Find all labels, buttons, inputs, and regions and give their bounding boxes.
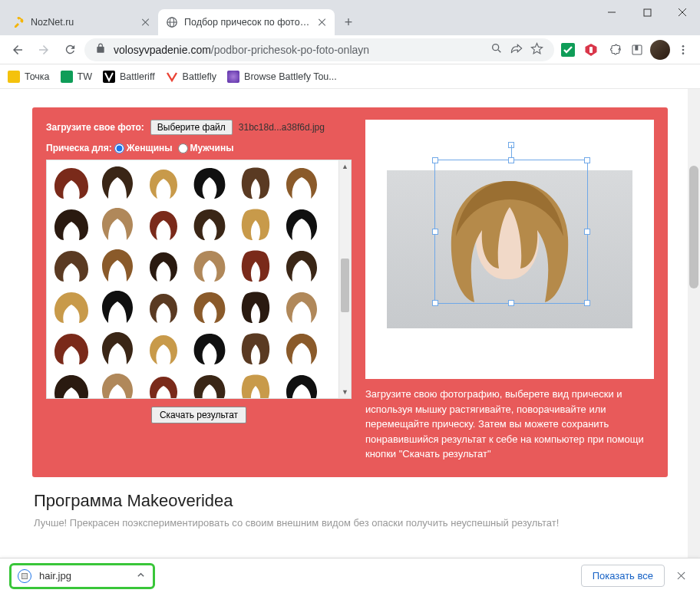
menu-button[interactable] [672,39,694,61]
extension-adblock-icon[interactable] [580,39,602,61]
selection-box[interactable] [434,160,588,304]
bookmarks-bar: Точка TW Battleriff Battlefly Browse Bat… [0,64,700,89]
back-button[interactable] [6,38,29,61]
bookmark-item[interactable]: Browse Battlefy Tou... [227,71,337,83]
window-controls [594,0,700,25]
hairstyle-thumb[interactable] [236,372,276,398]
hairstyle-thumb[interactable] [236,165,276,202]
reload-button[interactable] [58,38,81,61]
hairstyle-thumb[interactable] [97,206,137,243]
downloads-bar: hair.jpg Показать все [0,558,700,593]
svg-point-14 [682,45,685,48]
hairstyle-thumb[interactable] [51,331,91,367]
gallery-scrollbar[interactable]: ▲ ▼ [338,160,351,398]
chevron-up-icon[interactable] [137,570,145,581]
browser-tab[interactable]: NozNet.ru [5,9,158,35]
hairstyle-thumb[interactable] [190,248,229,285]
page-scrollbar[interactable] [688,89,700,558]
hairstyle-thumb[interactable] [144,289,183,326]
hairstyle-thumb[interactable] [190,372,229,398]
hairstyle-thumb[interactable] [236,206,276,243]
extension-checkmark-icon[interactable] [557,39,579,61]
bookmark-icon [8,71,20,83]
close-icon[interactable] [318,18,327,27]
hairstyle-thumb[interactable] [97,289,137,326]
tab-title: Подбор причесок по фото онла [184,17,312,28]
hairstyle-thumb[interactable] [144,372,183,398]
hairstyle-thumb[interactable] [236,248,276,285]
hairstyle-thumb[interactable] [236,331,276,367]
svg-rect-13 [635,45,638,51]
photo-preview[interactable] [365,120,654,379]
search-icon[interactable] [490,42,503,57]
scroll-up-icon[interactable]: ▲ [339,160,351,173]
star-icon[interactable] [530,42,543,58]
url-text: volosyvpadenie.com/podbor-prichesok-po-f… [114,44,483,56]
extension-bookmark-icon[interactable] [626,39,648,61]
hairstyle-thumb[interactable] [282,331,322,367]
hairstyle-thumb[interactable] [51,206,91,243]
widget-left-column: Загрузите свое фото: Выберите файл 31bc1… [46,120,352,462]
scrollbar-thumb[interactable] [689,166,698,288]
hairstyle-thumb[interactable] [236,289,276,326]
tab-title: NozNet.ru [31,17,135,28]
hairstyle-thumb[interactable] [144,331,183,367]
gender-female-radio[interactable] [114,143,124,153]
hairstyle-thumb[interactable] [144,206,183,243]
close-downloads-bar-button[interactable] [672,567,691,585]
hairstyle-thumb[interactable] [282,206,322,243]
hairstyle-thumb[interactable] [190,206,229,243]
hairstyle-thumb[interactable] [282,248,322,285]
profile-avatar[interactable] [649,39,671,61]
close-icon[interactable] [141,18,150,27]
bookmark-item[interactable]: TW [61,71,92,83]
extension-icon[interactable] [603,39,625,61]
uploaded-photo [387,170,632,328]
hairstyle-thumb[interactable] [190,289,229,326]
maximize-button[interactable] [629,0,665,25]
new-tab-button[interactable]: + [338,12,359,33]
hairstyle-thumb[interactable] [144,165,183,202]
hairstyle-thumb[interactable] [97,372,137,398]
hairstyle-thumb[interactable] [51,289,91,326]
bookmark-item[interactable]: Battlefly [166,71,216,83]
download-result-button[interactable]: Скачать результат [151,407,246,423]
gallery-grid[interactable]: /* rows generated below via template */ [47,160,338,398]
close-window-button[interactable] [665,0,700,25]
choose-file-button[interactable]: Выберите файл [150,120,233,135]
hairstyle-thumb[interactable] [190,165,229,202]
gender-male-label[interactable]: Мужчины [190,143,234,153]
hairstyle-thumb[interactable] [144,248,183,285]
hairstyle-widget: Загрузите свое фото: Выберите файл 31bc1… [32,107,668,477]
widget-right-column: Загрузите свою фотографию, выберете вид … [365,120,654,462]
hairstyle-thumb[interactable] [282,372,322,398]
gender-male-radio[interactable] [178,143,188,153]
minimize-button[interactable] [594,0,629,25]
hairstyle-thumb[interactable] [97,165,137,202]
bookmark-item[interactable]: Точка [8,71,50,83]
share-icon[interactable] [510,42,523,57]
hairstyle-thumb[interactable] [51,372,91,398]
browser-toolbar: volosyvpadenie.com/podbor-prichesok-po-f… [0,35,700,64]
gender-female-label[interactable]: Женщины [127,143,173,153]
scroll-down-icon[interactable]: ▼ [339,386,351,398]
forward-button[interactable] [32,38,55,61]
chosen-filename: 31bc18d...a38f6d.jpg [239,122,325,133]
bookmark-item[interactable]: Battleriff [103,71,155,83]
browser-tab-active[interactable]: Подбор причесок по фото онла [158,9,335,35]
hairstyle-thumb[interactable] [282,289,322,326]
bookmark-label: Battlefly [183,71,216,82]
hairstyle-thumb[interactable] [51,248,91,285]
hairstyle-thumb[interactable] [97,248,137,285]
section-heading: Программа Makeoveridea [34,491,666,511]
show-all-downloads-button[interactable]: Показать все [581,565,665,587]
hairstyle-thumb[interactable] [282,165,322,202]
download-filename: hair.jpg [39,570,71,581]
hairstyle-thumb[interactable] [97,331,137,367]
hairstyle-thumb[interactable] [190,331,229,367]
bookmark-icon [227,71,239,83]
scrollbar-thumb[interactable] [341,259,349,312]
hairstyle-thumb[interactable] [51,165,91,202]
address-bar[interactable]: volosyvpadenie.com/podbor-prichesok-po-f… [84,38,554,61]
download-chip[interactable]: hair.jpg [9,563,155,589]
